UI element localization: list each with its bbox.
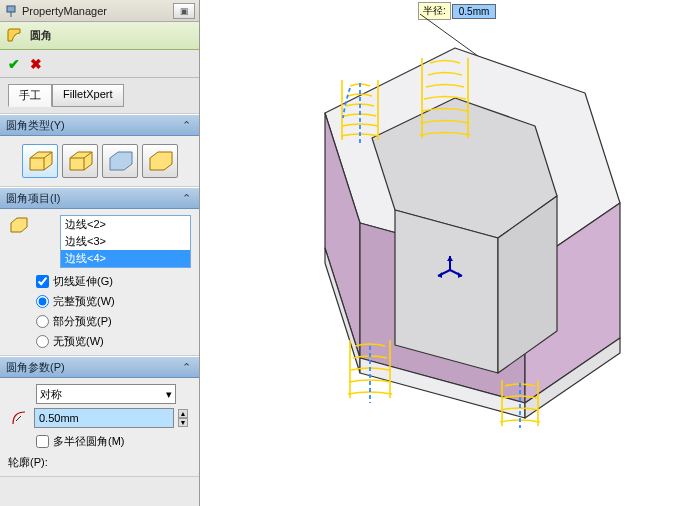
radius-spinner[interactable]: ▲▼ [178, 409, 188, 427]
section-fillet-params-body: 对称▾ ▲▼ 多半径圆角(M) 轮廓(P): [0, 378, 199, 477]
section-title: 圆角类型(Y) [6, 118, 65, 133]
cancel-button[interactable]: ✖ [26, 54, 46, 74]
section-title: 圆角项目(I) [6, 191, 60, 206]
multi-radius-checkbox[interactable]: 多半径圆角(M) [36, 434, 191, 449]
no-preview-radio[interactable]: 无预览(W) [36, 334, 191, 349]
callout-label: 半径: [418, 2, 451, 20]
collapse-icon: ⌃ [179, 360, 193, 374]
svg-marker-10 [447, 256, 453, 261]
collapse-icon: ⌃ [179, 118, 193, 132]
section-fillet-type-header[interactable]: 圆角类型(Y) ⌃ [0, 114, 199, 136]
pushpin-icon[interactable] [4, 4, 18, 18]
feature-title-row: 圆角 [0, 22, 199, 50]
chevron-down-icon: ▾ [166, 388, 172, 401]
fillet-type-constant[interactable] [22, 144, 58, 178]
graphics-viewport[interactable]: 半径: 0.5mm [200, 0, 695, 506]
pm-title: PropertyManager [22, 5, 169, 17]
fillet-type-face[interactable] [102, 144, 138, 178]
confirm-toolbar: ✔ ✖ [0, 50, 199, 78]
pm-menu-button[interactable]: ▣ [173, 3, 195, 19]
edge-select-icon [8, 215, 30, 237]
tab-filletxpert[interactable]: FilletXpert [52, 84, 124, 107]
radius-input-row: ▲▼ [8, 408, 191, 428]
list-item[interactable]: 边线<2> [61, 216, 190, 233]
radius-callout[interactable]: 半径: 0.5mm [418, 2, 496, 20]
edge-list[interactable]: 边线<2> 边线<3> 边线<4> [60, 215, 191, 268]
radius-input[interactable] [34, 408, 174, 428]
fillet-icon [6, 27, 24, 45]
ok-button[interactable]: ✔ [4, 54, 24, 74]
profile-label: 轮廓(P): [8, 455, 191, 470]
mode-tabs: 手工 FilletXpert [0, 78, 199, 114]
full-preview-radio[interactable]: 完整预览(W) [36, 294, 191, 309]
view-triad-icon[interactable] [432, 252, 468, 288]
collapse-icon: ⌃ [179, 191, 193, 205]
section-fillet-params-header[interactable]: 圆角参数(P) ⌃ [0, 356, 199, 378]
fillet-type-full-round[interactable] [142, 144, 178, 178]
list-item[interactable]: 边线<3> [61, 233, 190, 250]
tangent-propagation-checkbox[interactable]: 切线延伸(G) [36, 274, 191, 289]
section-fillet-items-header[interactable]: 圆角项目(I) ⌃ [0, 187, 199, 209]
section-title: 圆角参数(P) [6, 360, 65, 375]
radius-icon [8, 409, 30, 427]
property-manager-panel: PropertyManager ▣ 圆角 ✔ ✖ 手工 FilletXpert … [0, 0, 200, 506]
pm-header: PropertyManager ▣ [0, 0, 199, 22]
symmetry-select[interactable]: 对称▾ [36, 384, 176, 404]
fillet-type-variable[interactable] [62, 144, 98, 178]
section-fillet-type-body [0, 136, 199, 187]
tab-manual[interactable]: 手工 [8, 84, 52, 107]
list-item[interactable]: 边线<4> [61, 250, 190, 267]
callout-value[interactable]: 0.5mm [452, 4, 497, 19]
section-fillet-items-body: 边线<2> 边线<3> 边线<4> 切线延伸(G) 完整预览(W) 部分预览(P… [0, 209, 199, 356]
svg-rect-0 [7, 6, 15, 12]
feature-name: 圆角 [30, 28, 52, 43]
partial-preview-radio[interactable]: 部分预览(P) [36, 314, 191, 329]
svg-line-2 [16, 416, 21, 421]
